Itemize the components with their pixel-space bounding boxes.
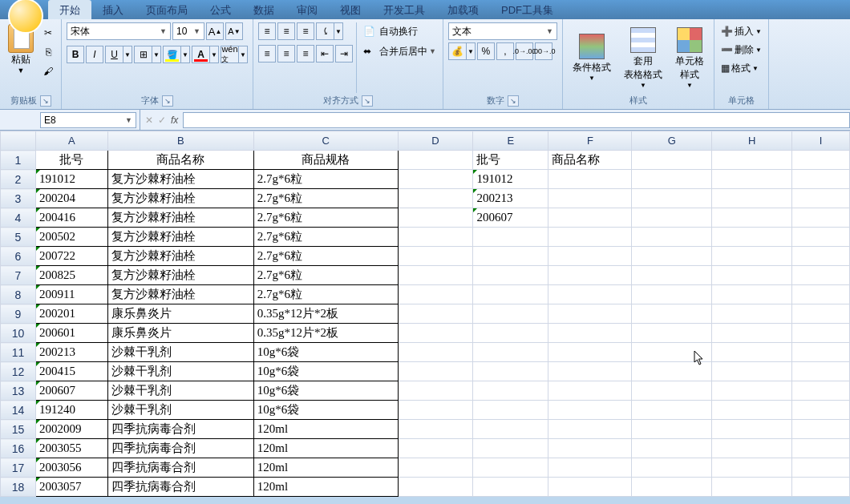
cell[interactable]	[548, 189, 632, 208]
cell[interactable]	[473, 381, 548, 401]
cell[interactable]: 2.7g*6粒	[253, 170, 398, 189]
cell[interactable]	[473, 324, 548, 343]
cell[interactable]	[712, 208, 792, 228]
merge-center-button[interactable]: ⬌ 合并后居中 ▼	[362, 42, 438, 60]
cell[interactable]	[398, 381, 473, 401]
cell[interactable]: 10g*6袋	[253, 362, 398, 381]
cell[interactable]	[632, 228, 712, 247]
cell[interactable]	[792, 151, 850, 170]
cell[interactable]: 191012	[473, 170, 548, 189]
cell[interactable]	[712, 458, 792, 478]
cell[interactable]	[632, 208, 712, 228]
clipboard-launcher[interactable]: ↘	[40, 95, 51, 107]
row-header[interactable]: 12	[1, 362, 36, 381]
col-header[interactable]: G	[632, 131, 712, 151]
cell[interactable]: 康乐鼻炎片	[107, 304, 253, 324]
cell[interactable]	[398, 189, 473, 208]
cell[interactable]: 10g*6袋	[253, 381, 398, 401]
cell[interactable]: 0.35g*12片*2板	[253, 304, 398, 324]
cell[interactable]	[398, 324, 473, 343]
cell[interactable]	[712, 304, 792, 324]
cell[interactable]	[473, 266, 548, 285]
cell[interactable]	[398, 247, 473, 266]
row-header[interactable]: 2	[1, 170, 36, 189]
format-painter-button[interactable]: 🖌	[40, 64, 56, 79]
cell[interactable]: 沙棘干乳剂	[107, 343, 253, 362]
align-left-button[interactable]: ≡	[258, 45, 276, 62]
cell[interactable]	[632, 189, 712, 208]
cell[interactable]	[398, 266, 473, 285]
cell[interactable]	[398, 401, 473, 420]
col-header[interactable]: I	[792, 131, 850, 151]
cell[interactable]: 康乐鼻炎片	[107, 324, 253, 343]
tab-developer[interactable]: 开发工具	[372, 0, 436, 19]
cell[interactable]	[792, 381, 850, 401]
col-header[interactable]: H	[712, 131, 792, 151]
cell[interactable]: 191012	[35, 170, 107, 189]
cell[interactable]	[473, 247, 548, 266]
cell[interactable]	[548, 401, 632, 420]
cell[interactable]: 120ml	[253, 420, 398, 439]
cell[interactable]	[712, 247, 792, 266]
bold-button[interactable]: B	[67, 46, 84, 63]
cell[interactable]	[712, 478, 792, 497]
cell[interactable]: 复方沙棘籽油栓	[107, 285, 253, 304]
cell[interactable]	[632, 381, 712, 401]
cell[interactable]	[473, 439, 548, 458]
col-header[interactable]: B	[107, 131, 253, 151]
cell[interactable]	[398, 478, 473, 497]
cell[interactable]	[398, 151, 473, 170]
fill-color-dropdown[interactable]: ▼	[180, 46, 190, 63]
cell[interactable]	[712, 151, 792, 170]
cell[interactable]	[548, 478, 632, 497]
cell[interactable]: 2.7g*6粒	[253, 189, 398, 208]
cell[interactable]: 120ml	[253, 439, 398, 458]
cell[interactable]	[632, 458, 712, 478]
cell[interactable]	[792, 285, 850, 304]
cell[interactable]: 200502	[35, 228, 107, 247]
cancel-icon[interactable]: ✕	[145, 115, 153, 126]
cell[interactable]	[712, 266, 792, 285]
row-header[interactable]: 15	[1, 420, 36, 439]
col-header[interactable]: A	[35, 131, 107, 151]
cell[interactable]	[712, 228, 792, 247]
cell[interactable]: 商品规格	[253, 151, 398, 170]
cell[interactable]	[792, 420, 850, 439]
cell[interactable]: 200601	[35, 324, 107, 343]
cell[interactable]: 复方沙棘籽油栓	[107, 208, 253, 228]
cell[interactable]	[632, 151, 712, 170]
cell[interactable]: 商品名称	[107, 151, 253, 170]
cell[interactable]: 2.7g*6粒	[253, 208, 398, 228]
cell[interactable]: 200201	[35, 304, 107, 324]
cell[interactable]	[632, 285, 712, 304]
cell[interactable]	[632, 266, 712, 285]
align-bottom-button[interactable]: ≡	[297, 22, 314, 40]
currency-button[interactable]: 💰	[448, 42, 466, 60]
cell[interactable]: 200213	[473, 189, 548, 208]
tab-insert[interactable]: 插入	[91, 0, 135, 19]
grid[interactable]: A B C D E F G H I 1批号商品名称商品规格批号商品名称21910…	[0, 131, 850, 497]
cell[interactable]	[548, 170, 632, 189]
cell[interactable]: 2.7g*6粒	[253, 228, 398, 247]
cell[interactable]: 沙棘干乳剂	[107, 401, 253, 420]
cell[interactable]	[632, 401, 712, 420]
cell[interactable]	[632, 343, 712, 362]
row-header[interactable]: 16	[1, 439, 36, 458]
wrap-text-button[interactable]: 📄 自动换行	[362, 22, 438, 40]
cell[interactable]: 200722	[35, 247, 107, 266]
cell[interactable]	[792, 401, 850, 420]
formula-input[interactable]	[183, 112, 850, 128]
cell[interactable]: 复方沙棘籽油栓	[107, 228, 253, 247]
cell[interactable]	[398, 285, 473, 304]
tab-view[interactable]: 视图	[329, 0, 372, 19]
cell[interactable]: 200825	[35, 266, 107, 285]
format-cells-button[interactable]: ▦ 格式 ▼	[719, 59, 763, 77]
font-size-select[interactable]: 10 ▼	[172, 22, 204, 40]
row-header[interactable]: 8	[1, 285, 36, 304]
cell[interactable]	[398, 304, 473, 324]
cell[interactable]: 2.7g*6粒	[253, 266, 398, 285]
cell[interactable]: 复方沙棘籽油栓	[107, 189, 253, 208]
orientation-dropdown[interactable]: ▼	[334, 22, 343, 40]
cell[interactable]	[548, 208, 632, 228]
cell[interactable]	[792, 208, 850, 228]
